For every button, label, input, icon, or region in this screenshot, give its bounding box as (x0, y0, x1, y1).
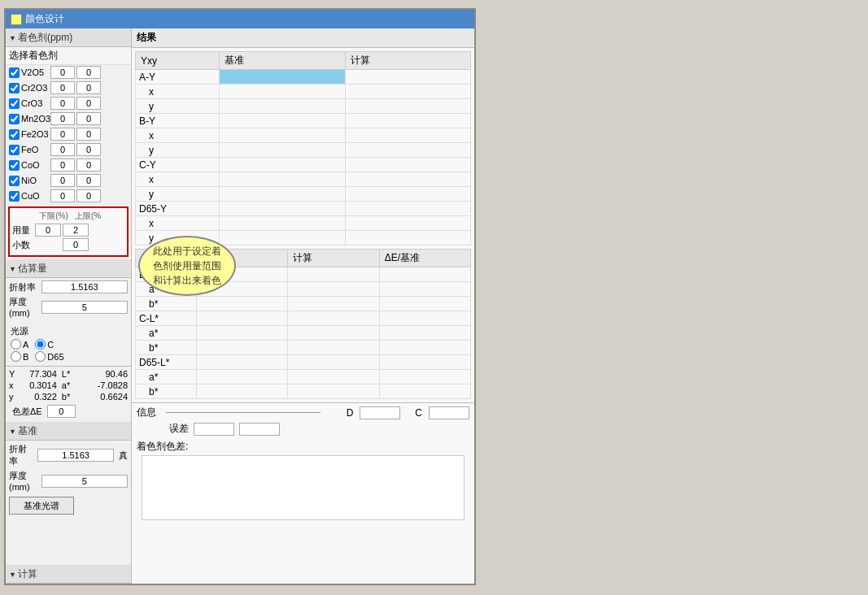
colorant-val1-FeO[interactable] (50, 143, 75, 156)
usage-row: 用量 (12, 224, 124, 237)
colorant-val1-NiO[interactable] (50, 174, 75, 187)
lab-calc-4 (288, 326, 379, 341)
usage-lower-input[interactable] (35, 224, 61, 237)
base-refraction-input[interactable] (37, 449, 114, 462)
colorant-check-CoO[interactable] (9, 160, 20, 171)
lab-base-8 (196, 384, 287, 399)
colorant-check-NiO[interactable] (9, 176, 20, 186)
error-C-input[interactable] (239, 423, 280, 436)
colorant-check-Cr2O3[interactable] (9, 83, 20, 93)
radio-D65[interactable]: D65 (35, 351, 63, 362)
colorant-check-CrO3[interactable] (9, 98, 20, 109)
main-window: 颜色设计 ▼ 着色剂(ppm) 选择着色剂 V2O5 Cr2O3 CrO3 (4, 8, 476, 585)
base-spectrum-button[interactable]: 基准光谱 (9, 497, 74, 515)
D-label: D (347, 407, 354, 419)
decimal-input[interactable] (63, 238, 89, 251)
yxy-calc-7 (345, 172, 471, 187)
yxy-row-8: y (136, 187, 471, 202)
select-colorant-label: 选择着色剂 (6, 47, 131, 65)
right-panel: 结果 Yxy 基准 计算 A-Y x y (132, 28, 474, 584)
colorant-check-FeO[interactable] (9, 145, 20, 155)
colorant-val2-Fe2O3[interactable] (76, 128, 101, 141)
colorant-val2-NiO[interactable] (76, 174, 101, 187)
error-D-input[interactable] (194, 423, 234, 436)
lab-delta-2 (379, 297, 470, 311)
colorant-val2-CoO[interactable] (76, 159, 101, 172)
color-diff-row: 色差ΔE (9, 403, 128, 419)
yxy-label-4: x (136, 128, 220, 143)
colorant-val2-Mn2O3[interactable] (76, 112, 101, 125)
colorant-check-CuO[interactable] (9, 191, 20, 202)
yxy-calc-6 (345, 158, 471, 172)
calc-section: 折射率 厚度(mm) (6, 278, 131, 323)
colorant-check-Fe2O3[interactable] (9, 129, 20, 140)
yxy-row-9: D65-Y (136, 202, 471, 216)
a-label: a* (62, 380, 92, 390)
title-bar: 颜色设计 (6, 10, 474, 28)
yxy-row-5: y (136, 143, 471, 158)
lab-base-4 (196, 326, 287, 341)
radio-B[interactable]: B (11, 351, 28, 362)
yxy-row-3: B-Y (136, 114, 471, 128)
lab-base-6 (196, 355, 287, 370)
light-source-section: 光源 A C B D65 (6, 323, 131, 366)
yxy-label-6: C-Y (136, 158, 220, 172)
yxy-base-6 (220, 158, 346, 172)
D-input[interactable] (360, 406, 400, 419)
yxy-label-1: x (136, 85, 220, 99)
colorant-val1-Fe2O3[interactable] (50, 128, 75, 141)
C-input[interactable] (429, 406, 469, 419)
colorant-name-CrO3: CrO3 (21, 98, 50, 108)
colorant-val2-CrO3[interactable] (76, 97, 101, 110)
yxy-calc-4 (345, 128, 471, 143)
Y-label: Y (9, 369, 21, 379)
colorant-val1-CuO[interactable] (50, 189, 75, 202)
colorant-val2-Cr2O3[interactable] (76, 81, 101, 94)
col-yxy: Yxy (136, 52, 220, 70)
col-calc: 计算 (345, 52, 471, 70)
colorant-val2-FeO[interactable] (76, 143, 101, 156)
usage-upper-input[interactable] (63, 224, 89, 237)
b-label: b* (62, 392, 92, 402)
colorant-check-V2O5[interactable] (9, 67, 20, 78)
colorant-val2-CuO[interactable] (76, 189, 101, 202)
colorant-name-Cr2O3: Cr2O3 (21, 83, 50, 93)
radio-C[interactable]: C (35, 339, 54, 350)
yxy-base-0 (220, 70, 346, 85)
thickness-input[interactable] (41, 301, 128, 314)
light-source-row2: B D65 (11, 351, 126, 362)
y-row: y 0.322 b* 0.6624 (9, 392, 128, 402)
color-diff-label: 色差ΔE (12, 406, 42, 418)
lab-calc-8 (288, 384, 379, 399)
values-section: Y 77.304 L* 90.46 x 0.3014 a* -7.0828 y … (6, 366, 131, 422)
radio-A[interactable]: A (11, 339, 28, 350)
colorant-check-Mn2O3[interactable] (9, 114, 20, 124)
lab-delta-1 (379, 282, 470, 297)
yxy-row-7: x (136, 172, 471, 187)
refraction-input[interactable] (41, 280, 128, 293)
colorant-val1-V2O5[interactable] (50, 66, 75, 79)
yxy-base-3 (220, 114, 346, 128)
x-value: 0.3014 (23, 380, 57, 390)
colorant-val1-Mn2O3[interactable] (50, 112, 75, 125)
col-base: 基准 (220, 52, 346, 70)
real-label: 真 (119, 450, 128, 462)
colorant-row-FeO: FeO (6, 142, 131, 158)
colorant-val1-Cr2O3[interactable] (50, 81, 75, 94)
yxy-table: Yxy 基准 计算 A-Y x y B-Y x y C-Y (135, 51, 471, 245)
lab-delta-0 (379, 267, 470, 282)
colorant-rows: V2O5 Cr2O3 CrO3 Mn2O3 Fe2O3 FeO CoO NiO (6, 65, 131, 204)
yxy-row-1: x (136, 85, 471, 99)
color-diff-input[interactable] (47, 405, 76, 418)
yxy-label-3: B-Y (136, 114, 220, 128)
colorant-val1-CoO[interactable] (50, 159, 75, 172)
lab-label-6: D65-L* (136, 355, 197, 370)
lab-row-8: b* (136, 384, 471, 399)
colorant-val2-V2O5[interactable] (76, 66, 101, 79)
refraction-row: 折射率 (9, 280, 128, 293)
base-header-label: 基准 (18, 424, 37, 438)
base-thickness-input[interactable] (41, 475, 128, 488)
yxy-base-8 (220, 187, 346, 202)
yxy-calc-9 (345, 202, 471, 216)
colorant-val1-CrO3[interactable] (50, 97, 75, 110)
